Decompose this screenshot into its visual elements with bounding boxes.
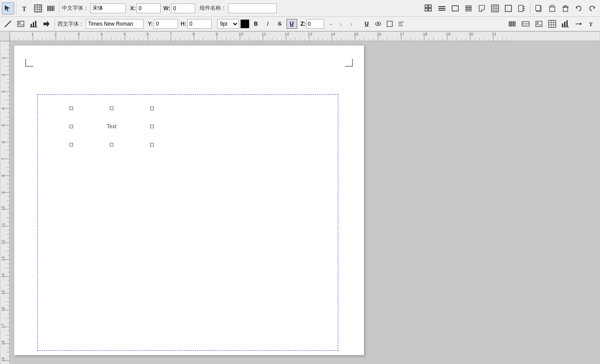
- svg-rect-45: [564, 6, 567, 7]
- corner-marker-tr: [345, 59, 353, 67]
- image2-button[interactable]: [533, 18, 545, 30]
- image-tool-button[interactable]: [15, 18, 27, 30]
- svg-rect-65: [509, 21, 510, 27]
- coord-group-xw: X: W:: [130, 4, 195, 13]
- chart-tool-button[interactable]: [27, 18, 40, 30]
- svg-rect-34: [505, 5, 511, 11]
- letter-spacing-button[interactable]: ↔: [328, 19, 337, 29]
- svg-rect-19: [438, 8, 445, 9]
- w-input[interactable]: [171, 4, 195, 13]
- page-wrapper: Text: [14, 46, 368, 355]
- canvas-area[interactable]: Text: [10, 41, 600, 364]
- svg-rect-83: [566, 20, 568, 27]
- x-input[interactable]: [136, 4, 161, 13]
- import-button[interactable]: [515, 2, 528, 15]
- line-tool-button[interactable]: [2, 18, 14, 30]
- paste-button[interactable]: [546, 2, 558, 15]
- chinese-font-input[interactable]: [90, 4, 126, 13]
- svg-rect-68: [512, 21, 513, 27]
- handle-bc[interactable]: [110, 143, 113, 146]
- undo-button[interactable]: [573, 2, 585, 15]
- color-picker-button[interactable]: [240, 19, 249, 28]
- svg-rect-51: [31, 24, 32, 27]
- chart2-button[interactable]: [559, 18, 572, 30]
- select-tool-button[interactable]: [2, 2, 14, 15]
- line-spacing-button[interactable]: ↕: [338, 19, 348, 29]
- z-input[interactable]: [306, 19, 324, 29]
- box-button[interactable]: [384, 19, 395, 29]
- h-label: H:: [181, 21, 186, 27]
- main-area: Text: [0, 41, 600, 364]
- w-field: W:: [163, 4, 195, 13]
- arrow2-button[interactable]: [573, 18, 585, 30]
- delete-button[interactable]: [559, 2, 572, 15]
- redo-button[interactable]: [586, 2, 598, 15]
- z-field: Z:: [301, 19, 324, 29]
- text-tool-button[interactable]: T: [19, 2, 31, 15]
- toolbar-row1: T: [0, 0, 600, 17]
- svg-marker-0: [5, 5, 10, 11]
- preview-button[interactable]: [373, 19, 383, 29]
- border-style-button[interactable]: [502, 2, 515, 15]
- svg-rect-52: [33, 22, 34, 27]
- svg-point-60: [377, 23, 379, 25]
- western-font-label: 西文字体：: [58, 20, 84, 28]
- y-input[interactable]: [154, 19, 178, 29]
- rectangle-button[interactable]: [449, 2, 461, 15]
- row-button[interactable]: [519, 18, 532, 30]
- barcode-tool-button[interactable]: [45, 2, 57, 15]
- toolbar-row2: 西文字体： Y: H: 9pt 10pt 12pt 14pt 16pt: [0, 17, 600, 31]
- table-tool-button[interactable]: [32, 2, 44, 15]
- handle-bl[interactable]: [70, 143, 73, 146]
- underline2-button[interactable]: U: [361, 19, 372, 29]
- y-field: Y:: [148, 19, 178, 29]
- handle-ml[interactable]: [70, 125, 73, 128]
- svg-rect-7: [47, 6, 48, 11]
- text-element[interactable]: Text: [70, 107, 154, 146]
- svg-rect-76: [549, 20, 556, 27]
- copy-button[interactable]: [533, 2, 545, 15]
- pattern-button[interactable]: [489, 2, 501, 15]
- svg-rect-82: [564, 22, 565, 27]
- italic-button[interactable]: I: [263, 19, 273, 29]
- h-input[interactable]: [187, 19, 212, 29]
- font-size-select[interactable]: 9pt 10pt 12pt 14pt 16pt: [217, 19, 239, 29]
- grid-snap-button[interactable]: [422, 2, 435, 15]
- right-toolbar-row2: T: [506, 18, 598, 30]
- bold-button[interactable]: B: [251, 19, 261, 29]
- barcode2-button[interactable]: [506, 18, 519, 30]
- svg-text:↕: ↕: [340, 22, 342, 27]
- handle-tc[interactable]: [110, 107, 113, 110]
- handle-tr[interactable]: [150, 107, 154, 110]
- western-font-input[interactable]: [86, 19, 143, 29]
- component-name-input[interactable]: [228, 4, 277, 13]
- handle-br[interactable]: [150, 143, 154, 146]
- textbox2-button[interactable]: T: [586, 18, 598, 30]
- align-distribute-button[interactable]: [436, 2, 448, 15]
- svg-rect-42: [551, 5, 554, 7]
- svg-rect-17: [429, 8, 431, 11]
- table2-button[interactable]: [546, 18, 558, 30]
- strikethrough-button[interactable]: S: [275, 19, 285, 29]
- svg-rect-71: [515, 21, 516, 27]
- more-button[interactable]: [396, 19, 406, 29]
- arrow-tool-button[interactable]: [40, 18, 53, 30]
- rulers-row: [0, 31, 600, 41]
- handle-mr[interactable]: [150, 125, 154, 128]
- svg-rect-13: [54, 6, 54, 11]
- text-element-content: Text: [107, 123, 116, 130]
- svg-marker-55: [43, 21, 50, 27]
- layers-button[interactable]: [462, 2, 475, 15]
- svg-rect-67: [511, 21, 512, 27]
- svg-rect-18: [438, 6, 445, 7]
- underline-button[interactable]: U: [286, 19, 297, 29]
- svg-rect-41: [550, 7, 555, 11]
- handle-tl[interactable]: [70, 107, 73, 110]
- page[interactable]: Text: [14, 46, 364, 355]
- svg-rect-35: [519, 5, 523, 11]
- superscript-button[interactable]: ↑: [349, 19, 359, 29]
- y-label: Y:: [148, 21, 153, 27]
- svg-text:↔: ↔: [329, 22, 333, 27]
- svg-rect-61: [387, 21, 392, 27]
- fill-button[interactable]: [476, 2, 488, 15]
